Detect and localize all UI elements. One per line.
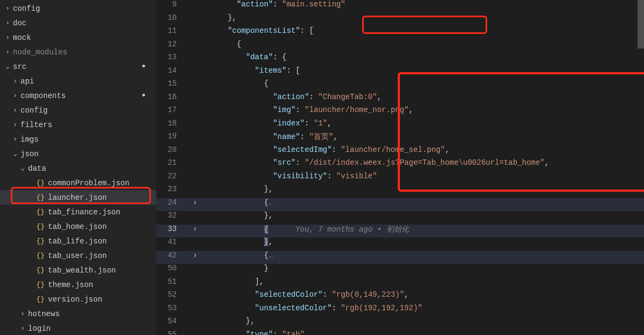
tree-item-label: hotnews [28, 310, 60, 318]
folder-item[interactable]: ›mock [0, 30, 156, 45]
file-item[interactable]: {}version.json [0, 292, 156, 306]
file-explorer[interactable]: ›config›doc›mock›node_modules⌄src•›api›c… [0, 0, 156, 335]
line-number: 15 [156, 79, 190, 93]
json-file-icon: {} [36, 222, 45, 231]
folder-item[interactable]: ›config [0, 1, 156, 16]
fold-icon[interactable]: › [190, 225, 200, 238]
tree-item-label: theme.json [48, 281, 93, 289]
code-line[interactable]: "unselectedColor": "rgb(192,192,192)" [200, 304, 644, 317]
tree-item-label: imgs [20, 135, 39, 144]
tree-item-label: commonProblem.json [48, 179, 129, 187]
code-line[interactable]: }, [200, 211, 644, 225]
chevron-down-icon: ⌄ [3, 62, 12, 71]
tree-item-label: api [20, 77, 34, 86]
scrollbar-thumb[interactable] [638, 0, 644, 48]
code-line[interactable]: }, [200, 185, 644, 198]
json-file-icon: {} [36, 208, 45, 216]
line-number: 32 [156, 211, 190, 225]
chevron-right-icon: › [18, 310, 27, 318]
code-line[interactable]: "selectedImg": "launcher/home_sel.png", [200, 145, 644, 159]
file-item[interactable]: {}theme.json [0, 277, 156, 292]
file-item[interactable]: {}tab_home.json [0, 219, 156, 234]
folder-item[interactable]: ›config [0, 103, 156, 117]
folder-item[interactable]: ⌄data [0, 161, 156, 176]
code-editor[interactable]: 9 "action": "main.setting" 10 }, 11 "com… [156, 0, 644, 335]
tree-item-label: doc [13, 19, 26, 27]
code-line[interactable]: { [200, 79, 644, 93]
code-line[interactable]: { [200, 40, 644, 53]
folder-item[interactable]: ›hotnews [0, 306, 156, 321]
folder-item[interactable]: ›doc [0, 16, 156, 30]
file-item[interactable]: {}tab_wealth.json [0, 263, 156, 277]
code-line[interactable]: { You, 7 months ago • 初始化 [200, 225, 644, 238]
code-line[interactable]: {… [200, 198, 644, 212]
line-number: 19 [156, 132, 190, 145]
chevron-down-icon: ⌄ [18, 164, 27, 172]
line-number: 42 [156, 251, 190, 264]
modified-dot-icon: • [141, 64, 147, 69]
line-number: 33 [156, 225, 190, 238]
chevron-right-icon: › [3, 5, 12, 12]
tree-item-label: data [28, 164, 46, 173]
line-number: 51 [156, 277, 190, 291]
tree-item-label: filters [20, 121, 52, 129]
json-file-icon: {} [36, 193, 45, 201]
modified-dot-icon: • [141, 93, 147, 99]
folder-item[interactable]: ›imgs [0, 132, 156, 146]
folder-item[interactable]: ⌄json [0, 146, 156, 161]
code-line[interactable]: "name": "首页", [200, 132, 644, 145]
line-number: 24 [156, 198, 190, 212]
file-item[interactable]: {}tab_life.json [0, 234, 156, 248]
tree-item-label: tab_life.json [48, 237, 107, 246]
code-line[interactable]: "action": "ChangeTab:0", [200, 93, 644, 106]
tree-item-label: tab_home.json [48, 222, 107, 231]
code-line[interactable]: "componentsList": [ [200, 26, 644, 40]
json-file-icon: {} [36, 252, 45, 260]
chevron-right-icon: › [11, 136, 19, 143]
line-number: 54 [156, 317, 190, 330]
fold-icon[interactable]: › [190, 198, 200, 212]
file-item[interactable]: {}tab_finance.json [0, 205, 156, 219]
code-line[interactable]: "items": [ [200, 66, 644, 80]
fold-icon[interactable]: › [190, 251, 200, 264]
tree-item-label: mock [13, 33, 31, 42]
code-line[interactable]: "src": "/dist/index.weex.js?Page=Tab_hom… [200, 158, 644, 172]
folder-item[interactable]: ›components• [0, 88, 156, 103]
code-line[interactable]: "action": "main.setting" [200, 0, 644, 13]
line-number: 11 [156, 26, 190, 40]
folder-item[interactable]: ›filters [0, 117, 156, 132]
code-line[interactable]: }, [200, 13, 644, 27]
code-line[interactable]: "index": "1", [200, 119, 644, 132]
line-number: 55 [156, 330, 190, 336]
tree-item-label: version.json [48, 295, 102, 304]
code-line[interactable]: "selectedColor": "rgb(0,149,223)", [200, 290, 644, 304]
code-line[interactable]: {… [200, 251, 644, 264]
code-line[interactable]: } [200, 264, 644, 277]
code-line[interactable]: "img": "launcher/home_nor.png", [200, 106, 644, 119]
chevron-right-icon: › [11, 92, 19, 100]
file-item[interactable]: {}commonProblem.json [0, 176, 156, 190]
folder-item[interactable]: ⌄src• [0, 59, 156, 74]
line-number: 21 [156, 158, 190, 172]
folder-item[interactable]: ›node_modules [0, 45, 156, 59]
file-item[interactable]: {}launcher.json [0, 190, 156, 205]
tree-item-label: tab_user.json [48, 252, 107, 260]
folder-item[interactable]: ›login [0, 321, 156, 335]
json-file-icon: {} [36, 266, 45, 274]
tree-item-label: config [13, 4, 40, 13]
code-line[interactable]: }, [200, 317, 644, 330]
code-line[interactable]: "type": "tab" [200, 330, 644, 336]
code-line[interactable]: }, [200, 238, 644, 251]
tree-item-label: config [20, 106, 47, 115]
file-item[interactable]: {}tab_user.json [0, 248, 156, 263]
line-number: 9 [156, 0, 190, 13]
line-number: 14 [156, 66, 190, 80]
code-line[interactable]: ], [200, 277, 644, 291]
folder-item[interactable]: ›api [0, 74, 156, 88]
tree-item-label: src [13, 62, 26, 71]
code-line[interactable]: "data": { [200, 53, 644, 66]
json-file-icon: {} [36, 295, 45, 303]
code-line[interactable]: "visibility": "visible" [200, 172, 644, 185]
tree-item-label: components [20, 92, 66, 100]
line-number: 53 [156, 304, 190, 317]
